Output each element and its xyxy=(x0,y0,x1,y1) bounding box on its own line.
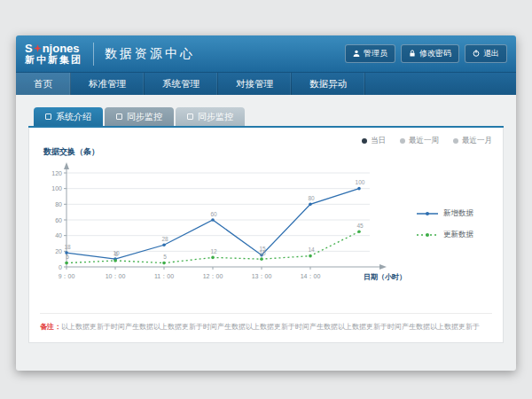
svg-text:10: 10 xyxy=(259,250,266,256)
tab-sync-monitor-2[interactable]: 同步监控 xyxy=(176,107,245,126)
dotted-line-icon xyxy=(417,231,438,239)
svg-text:日期（小时）: 日期（小时） xyxy=(364,273,406,281)
legend-label: 新增数据 xyxy=(443,208,473,219)
dot-icon xyxy=(400,138,405,144)
chart-row: 0204060801001209：0010：0011：0012：0013：001… xyxy=(40,160,492,301)
logo-suffix: njones xyxy=(43,43,80,55)
logout-label: 退出 xyxy=(483,48,499,59)
filter-last-month[interactable]: 最近一月 xyxy=(453,136,492,146)
series-legend: 新增数据 更新数据 xyxy=(408,208,473,240)
tab-icon xyxy=(187,113,193,120)
solid-line-icon xyxy=(417,210,438,217)
svg-text:18: 18 xyxy=(64,244,71,250)
svg-text:120: 120 xyxy=(51,170,62,176)
company-name: 新中新集团 xyxy=(25,55,82,66)
header-divider xyxy=(93,43,94,66)
nav-item-data-change[interactable]: 数据异动 xyxy=(292,73,365,95)
svg-text:45: 45 xyxy=(356,223,364,229)
svg-text:80: 80 xyxy=(308,195,315,201)
svg-text:28: 28 xyxy=(161,236,168,242)
svg-text:100: 100 xyxy=(356,179,365,185)
filter-label: 当日 xyxy=(371,136,386,146)
tab-system-intro[interactable]: 系统介绍 xyxy=(34,107,103,126)
svg-text:8: 8 xyxy=(114,251,118,257)
app-window: S njones 新中新集团 数据资源中心 管理员 修改密码 xyxy=(16,35,516,371)
tab-bar: 系统介绍 同步监控 同步监控 xyxy=(28,107,504,126)
user-icon xyxy=(353,50,360,59)
footnote-label: 备注： xyxy=(40,323,61,331)
legend-label: 更新数据 xyxy=(443,230,473,240)
lock-icon xyxy=(409,50,416,59)
svg-text:80: 80 xyxy=(55,201,62,207)
svg-text:13：00: 13：00 xyxy=(252,273,272,279)
filter-last-week[interactable]: 最近一周 xyxy=(400,136,439,146)
tab-icon xyxy=(45,113,51,120)
svg-text:12: 12 xyxy=(210,248,217,254)
filter-label: 最近一周 xyxy=(409,136,439,146)
nav-item-standard-mgmt[interactable]: 标准管理 xyxy=(71,73,145,95)
footnote: 备注：以上数据更新于时间产生数据以上数据更新于时间产生数据以上数据更新于时间产生… xyxy=(40,313,492,332)
logo-prefix: S xyxy=(25,43,33,55)
filter-today[interactable]: 当日 xyxy=(362,136,386,146)
logout-button[interactable]: 退出 xyxy=(465,44,507,63)
tab-label: 系统介绍 xyxy=(56,111,91,123)
nav-item-system-mgmt[interactable]: 系统管理 xyxy=(145,73,218,95)
app-header: S njones 新中新集团 数据资源中心 管理员 修改密码 xyxy=(16,35,516,73)
svg-text:60: 60 xyxy=(210,211,217,217)
content-area: 系统介绍 同步监控 同步监控 当日 最近一周 xyxy=(16,95,516,343)
change-password-button[interactable]: 修改密码 xyxy=(401,44,459,63)
page-title: 数据资源中心 xyxy=(105,46,195,62)
svg-text:60: 60 xyxy=(55,217,62,223)
main-nav: 首页 标准管理 系统管理 对接管理 数据异动 xyxy=(16,73,516,95)
admin-label: 管理员 xyxy=(364,48,387,59)
legend-update-data[interactable]: 更新数据 xyxy=(417,230,473,240)
svg-text:0: 0 xyxy=(59,264,62,270)
legend-new-data[interactable]: 新增数据 xyxy=(417,208,473,219)
header-actions: 管理员 修改密码 退出 xyxy=(345,44,507,63)
svg-text:9：00: 9：00 xyxy=(59,273,75,279)
star-icon xyxy=(34,43,42,55)
line-chart: 0204060801001209：0010：0011：0012：0013：001… xyxy=(40,160,408,301)
svg-text:11：00: 11：00 xyxy=(154,273,174,279)
svg-text:14: 14 xyxy=(308,246,315,253)
tab-label: 同步监控 xyxy=(127,111,162,123)
tab-icon xyxy=(116,113,122,120)
admin-button[interactable]: 管理员 xyxy=(345,44,395,63)
svg-text:5: 5 xyxy=(163,254,167,260)
time-filter-legend: 当日 最近一周 最近一月 xyxy=(40,135,492,146)
nav-item-connect-mgmt[interactable]: 对接管理 xyxy=(218,73,292,95)
svg-text:100: 100 xyxy=(51,185,62,192)
svg-text:20: 20 xyxy=(55,248,62,254)
svg-text:10：00: 10：00 xyxy=(106,273,126,279)
chart-panel: 当日 最近一周 最近一月 数据交换（条） 0204060801001209：00… xyxy=(28,128,504,343)
logo-wordmark: S njones xyxy=(25,43,82,55)
svg-text:5: 5 xyxy=(66,254,69,260)
svg-text:14：00: 14：00 xyxy=(301,273,321,279)
y-axis-title: 数据交换（条） xyxy=(43,146,492,158)
change-password-label: 修改密码 xyxy=(419,48,451,59)
nav-item-home[interactable]: 首页 xyxy=(16,73,71,95)
tab-sync-monitor-1[interactable]: 同步监控 xyxy=(105,107,174,126)
svg-text:12：00: 12：00 xyxy=(203,273,223,279)
tab-label: 同步监控 xyxy=(198,111,233,123)
power-icon xyxy=(473,50,480,59)
svg-text:40: 40 xyxy=(55,232,62,239)
dot-icon xyxy=(453,138,458,144)
footnote-text: 以上数据更新于时间产生数据以上数据更新于时间产生数据以上数据更新于时间产生数据以… xyxy=(61,323,480,331)
brand-logo: S njones 新中新集团 xyxy=(25,43,82,65)
dot-icon xyxy=(362,138,367,144)
filter-label: 最近一月 xyxy=(462,136,492,146)
